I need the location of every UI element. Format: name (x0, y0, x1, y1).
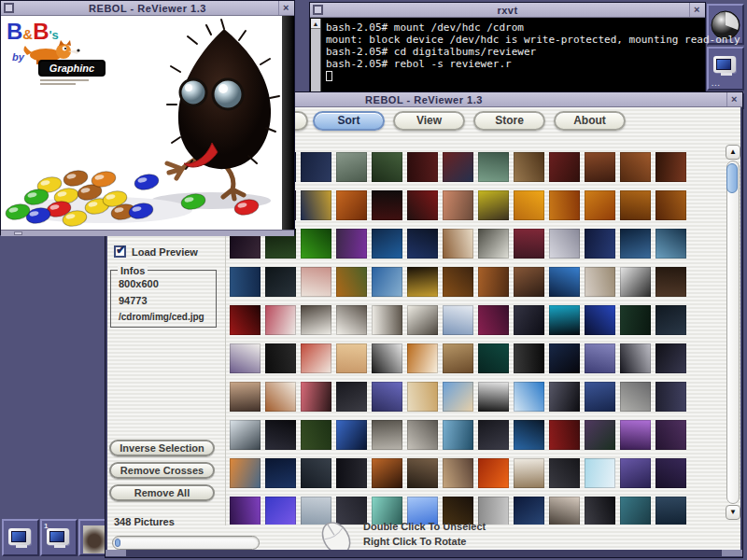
thumbnail[interactable] (336, 382, 367, 412)
vertical-scrollbar[interactable]: ▲ ▼ (726, 145, 740, 520)
thumbnail[interactable] (372, 305, 402, 335)
thumbnail[interactable] (620, 382, 651, 412)
thumbnail[interactable] (655, 420, 686, 450)
thumbnail[interactable] (265, 343, 296, 373)
thumbnail[interactable] (265, 497, 296, 525)
thumbnail[interactable] (549, 305, 580, 335)
thumbnail[interactable] (301, 382, 331, 412)
thumbnail[interactable] (549, 229, 580, 259)
resize-handle-left[interactable] (106, 550, 126, 556)
thumbnail[interactable] (585, 458, 615, 488)
thumbnail[interactable] (585, 343, 615, 373)
thumbnail[interactable] (407, 267, 438, 297)
scroll-up-icon[interactable]: ▲ (726, 145, 740, 160)
thumbnail[interactable] (620, 190, 651, 220)
thumbnail[interactable] (443, 152, 473, 182)
thumbnail[interactable] (443, 458, 473, 488)
load-preview-checkbox-row[interactable]: ✔ Load Preview (114, 245, 198, 258)
thumbnail[interactable] (443, 420, 473, 450)
thumbnail[interactable] (514, 420, 544, 450)
thumbnail[interactable] (478, 305, 509, 335)
thumbnail[interactable] (620, 305, 651, 335)
thumbnail[interactable] (443, 305, 473, 335)
thumbnail[interactable] (514, 305, 544, 335)
terminal-titlebar[interactable]: rxvt × (310, 3, 705, 18)
thumbnail[interactable] (655, 382, 686, 412)
thumbnail[interactable] (230, 420, 261, 450)
thumbnail[interactable] (478, 229, 509, 259)
close-icon[interactable]: × (689, 3, 704, 17)
dock-workspace-0[interactable] (2, 519, 39, 556)
thumbnail[interactable] (372, 382, 402, 412)
scrollbar-thumb[interactable] (726, 163, 738, 193)
thumbnail[interactable] (372, 229, 402, 259)
progress-slider[interactable] (112, 536, 260, 550)
thumbnail[interactable] (549, 190, 580, 220)
thumbnail[interactable] (336, 190, 367, 220)
thumbnail[interactable] (301, 420, 331, 450)
thumbnail[interactable] (407, 229, 438, 259)
thumbnail[interactable] (549, 497, 580, 525)
thumbnail[interactable] (265, 458, 296, 488)
thumbnail[interactable] (407, 382, 438, 412)
preview-resize-bar[interactable] (1, 230, 294, 236)
sort-button[interactable]: Sort (313, 111, 385, 131)
thumbnail[interactable] (655, 152, 686, 182)
thumbnail[interactable] (655, 497, 686, 525)
thumbnail[interactable] (655, 343, 686, 373)
thumbnail[interactable] (372, 190, 402, 220)
inverse-selection-button[interactable]: Inverse Selection (109, 440, 215, 456)
thumbnail[interactable] (478, 382, 509, 412)
preview-titlebar[interactable]: REBOL - ReViewer 1.3 × (1, 1, 294, 16)
thumbnail[interactable] (407, 190, 438, 220)
thumbnail[interactable] (301, 190, 331, 220)
thumbnail[interactable] (549, 152, 580, 182)
thumbnail[interactable] (407, 458, 438, 488)
thumbnail[interactable] (585, 152, 615, 182)
store-button[interactable]: Store (473, 111, 545, 131)
thumbnail[interactable] (336, 343, 367, 373)
scrollbar-track[interactable] (726, 161, 740, 504)
thumbnail[interactable] (514, 382, 544, 412)
thumbnail[interactable] (514, 229, 544, 259)
thumbnail[interactable] (655, 229, 686, 259)
checkbox-icon[interactable]: ✔ (114, 245, 126, 258)
thumbnail[interactable] (549, 343, 580, 373)
thumbnail[interactable] (301, 305, 331, 335)
thumbnail[interactable] (655, 305, 686, 335)
thumbnail[interactable] (407, 152, 438, 182)
thumbnail[interactable] (620, 420, 651, 450)
thumbnail[interactable] (514, 267, 544, 297)
thumbnail[interactable] (620, 458, 651, 488)
thumbnail[interactable] (549, 382, 580, 412)
thumbnail[interactable] (265, 305, 296, 335)
dock-workspace-1[interactable]: 1 (40, 519, 78, 556)
window-menu-icon[interactable] (4, 3, 14, 13)
thumbnail[interactable] (585, 497, 615, 525)
thumbnail[interactable] (478, 343, 509, 373)
thumbnail[interactable] (230, 305, 261, 335)
thumbnail[interactable] (655, 190, 686, 220)
thumbnail[interactable] (265, 420, 296, 450)
thumbnail[interactable] (230, 343, 261, 373)
thumbnail[interactable] (301, 267, 331, 297)
thumbnail[interactable] (585, 382, 615, 412)
thumbnail[interactable] (478, 267, 509, 297)
thumbnail[interactable] (372, 267, 402, 297)
thumbnail[interactable] (514, 497, 544, 525)
thumbnail[interactable] (549, 267, 580, 297)
thumbnail[interactable] (620, 229, 651, 259)
thumbnail[interactable] (265, 267, 296, 297)
thumbnail[interactable] (336, 229, 367, 259)
thumbnail[interactable] (655, 458, 686, 488)
thumbnail[interactable] (230, 382, 261, 412)
remove-all-button[interactable]: Remove All (109, 484, 215, 501)
thumbnail[interactable] (336, 305, 367, 335)
thumbnail[interactable] (301, 229, 331, 259)
about-button[interactable]: About (554, 111, 626, 131)
view-button[interactable]: View (393, 111, 465, 131)
thumbnail[interactable] (620, 343, 651, 373)
thumbnail[interactable] (301, 343, 331, 373)
thumbnail[interactable] (301, 458, 331, 488)
thumbnail[interactable] (478, 190, 509, 220)
